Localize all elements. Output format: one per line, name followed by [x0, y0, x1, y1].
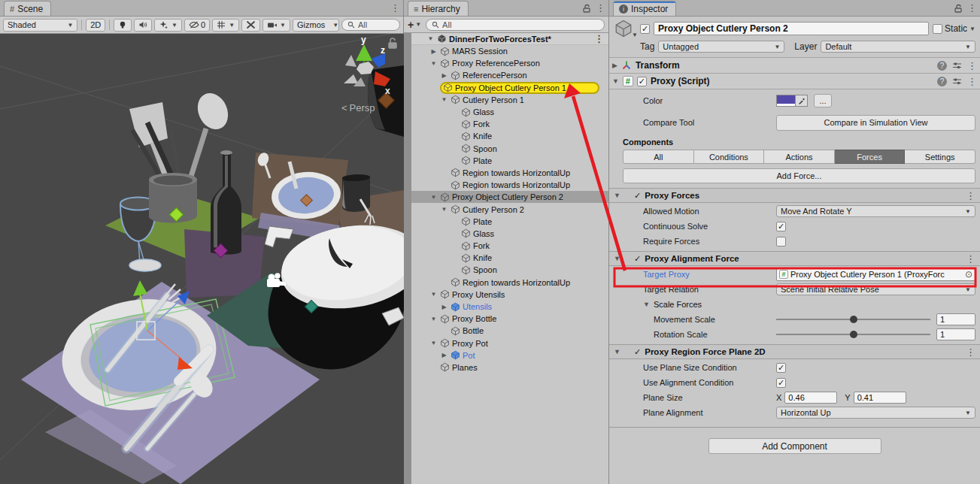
foldout-arrow[interactable]: ▼ [614, 192, 630, 199]
camera-settings-button[interactable]: ▼ [262, 19, 290, 32]
hierarchy-item[interactable]: ▼Proxy Bottle [411, 313, 608, 325]
create-object-button[interactable]: + ▼ [408, 19, 421, 31]
foldout-arrow[interactable]: ▼ [614, 255, 630, 262]
hierarchy-menu-icon[interactable]: ⋮ [596, 2, 605, 14]
color-field[interactable] [776, 95, 808, 107]
section-menu-icon[interactable]: ⋮ [966, 253, 975, 265]
section-header[interactable]: ▼✓Proxy Region Force Plane 2D⋮ [609, 344, 980, 359]
color-more-button[interactable]: ... [814, 94, 832, 107]
slider-handle[interactable] [850, 331, 857, 338]
gameobject-icon[interactable]: ▼ [614, 19, 636, 38]
inspector-menu-icon[interactable]: ⋮ [967, 2, 977, 14]
unlock-icon[interactable] [954, 4, 963, 13]
transform-component-header[interactable]: ▶ Transform ? ⋮ [609, 58, 980, 74]
filter-tab-settings[interactable]: Settings [905, 150, 975, 164]
property-checkbox[interactable]: ✓ [776, 222, 786, 231]
audio-toggle-button[interactable] [134, 19, 152, 32]
eyedropper-icon[interactable] [795, 95, 807, 106]
static-checkbox[interactable] [933, 24, 942, 34]
hierarchy-item[interactable]: ▼Proxy Object Cutlery Person 2 [411, 191, 608, 203]
property-slider[interactable] [776, 314, 930, 325]
enabled-checkbox[interactable]: ✓ [637, 77, 647, 86]
hierarchy-item[interactable]: Region towards HorizontalUp [411, 167, 608, 179]
tab-scene[interactable]: # Scene [4, 1, 51, 16]
filter-tab-forces[interactable]: Forces [835, 150, 906, 164]
active-checkbox[interactable]: ✓ [640, 24, 650, 34]
effects-dropdown-button[interactable]: ▼ [154, 19, 182, 32]
hierarchy-search-field[interactable] [426, 19, 605, 31]
foldout-arrow[interactable]: ▼ [429, 60, 438, 67]
persp-indicator[interactable]: <Persp [341, 102, 375, 113]
hierarchy-item[interactable]: ▶MARS Session [411, 45, 608, 57]
hierarchy-item[interactable]: Proxy Object Cutlery Person 1 [411, 82, 608, 94]
scene-viewport[interactable]: y z x <Persp [0, 34, 404, 484]
section-menu-icon[interactable]: ⋮ [966, 346, 975, 358]
foldout-arrow[interactable]: ▶ [440, 304, 448, 310]
filter-tab-conditions[interactable]: Conditions [694, 150, 765, 164]
foldout-arrow[interactable]: ▼ [614, 348, 630, 355]
help-icon[interactable]: ? [937, 61, 947, 71]
slider-value-field[interactable]: 1 [936, 313, 975, 325]
foldout-arrow[interactable]: ▶ [612, 62, 617, 69]
hierarchy-item[interactable]: Plate [411, 216, 608, 228]
hierarchy-item[interactable]: ▼Cutlery Person 2 [411, 203, 608, 215]
hierarchy-item[interactable]: Region towards HorizontalUp [411, 179, 608, 191]
hierarchy-item[interactable]: Fork [411, 240, 608, 252]
shading-mode-dropdown[interactable]: Shaded ▼ [3, 19, 77, 32]
layer-dropdown[interactable]: Default ▼ [821, 41, 975, 53]
foldout-arrow[interactable]: ▼ [429, 340, 438, 346]
tab-inspector[interactable]: i Inspector [613, 1, 676, 16]
hierarchy-item[interactable]: Fork [411, 118, 608, 130]
object-reference-field[interactable]: #Proxy Object Cutlery Person 1 (ProxyFor… [776, 268, 975, 281]
compare-simulation-button[interactable]: Compare in Simulation View [776, 115, 975, 131]
tool-settings-button[interactable] [241, 19, 260, 32]
hierarchy-item[interactable]: ▼Proxy ReferencePerson [411, 57, 608, 69]
foldout-arrow[interactable]: ▼ [440, 96, 448, 103]
foldout-arrow[interactable]: ▼ [429, 316, 438, 322]
slider-value-field[interactable]: 1 [936, 328, 975, 340]
grid-settings-button[interactable]: ▼ [212, 19, 239, 32]
add-component-button[interactable]: Add Component [708, 438, 881, 454]
filter-tab-actions[interactable]: Actions [764, 150, 835, 164]
foldout-arrow[interactable]: ▼ [612, 77, 619, 85]
foldout-arrow[interactable]: ▼ [429, 291, 438, 298]
foldout-arrow[interactable]: ▼ [643, 301, 650, 308]
unlock-icon[interactable] [582, 4, 591, 13]
hierarchy-item[interactable]: ▼Cutlery Person 1 [411, 94, 608, 106]
property-slider[interactable] [776, 329, 930, 340]
hierarchy-scene-row[interactable]: ▼ DinnerForTwoForcesTest* ⋮ [411, 33, 608, 45]
section-enabled-check[interactable]: ✓ [634, 347, 641, 357]
gameobject-name-field[interactable]: Proxy Object Cutlery Person 2 [654, 22, 929, 35]
foldout-arrow[interactable]: ▼ [429, 194, 438, 201]
property-dropdown[interactable]: Move And Rotate Y▼ [776, 205, 975, 217]
property-checkbox[interactable]: ✓ [776, 378, 786, 388]
static-toggle[interactable]: Static ▼ [933, 23, 975, 34]
slider-handle[interactable] [850, 316, 857, 323]
hierarchy-item[interactable]: Region towards HorizontalUp [411, 277, 608, 289]
lighting-toggle-button[interactable] [114, 19, 132, 32]
foldout-arrow[interactable]: ▶ [440, 352, 448, 358]
hierarchy-item[interactable]: Bottle [411, 325, 608, 337]
property-checkbox[interactable]: ✓ [776, 363, 786, 373]
proxy-script-header[interactable]: ▼ # ✓ Proxy (Script) ? ⋮ [609, 74, 980, 89]
hierarchy-item[interactable]: Spoon [411, 143, 608, 155]
property-checkbox[interactable] [776, 237, 786, 247]
section-enabled-check[interactable]: ✓ [634, 191, 641, 201]
scene-visibility-button[interactable]: 0 [184, 19, 210, 32]
x-value-field[interactable]: 0.46 [784, 392, 837, 404]
hierarchy-item[interactable]: Glass [411, 228, 608, 240]
gizmos-dropdown[interactable]: Gizmos ▼ [293, 19, 339, 32]
hierarchy-item[interactable]: Planes [411, 361, 608, 374]
hierarchy-item[interactable]: Knife [411, 130, 608, 142]
presets-icon[interactable] [952, 77, 962, 86]
y-value-field[interactable]: 0.41 [854, 392, 906, 404]
foldout-arrow[interactable]: ▶ [440, 72, 448, 79]
help-icon[interactable]: ? [937, 77, 947, 86]
property-dropdown[interactable]: Scene Initial Relative Pose▼ [776, 283, 975, 295]
presets-icon[interactable] [952, 61, 962, 70]
hierarchy-item[interactable]: ▶ReferencePerson [411, 69, 608, 81]
scene-menu-icon[interactable]: ⋮ [390, 2, 400, 14]
2d-toggle-button[interactable]: 2D [86, 19, 105, 32]
section-header[interactable]: ▼✓Proxy Forces⋮ [609, 188, 980, 203]
tab-hierarchy[interactable]: ≡ Hierarchy [408, 1, 469, 16]
